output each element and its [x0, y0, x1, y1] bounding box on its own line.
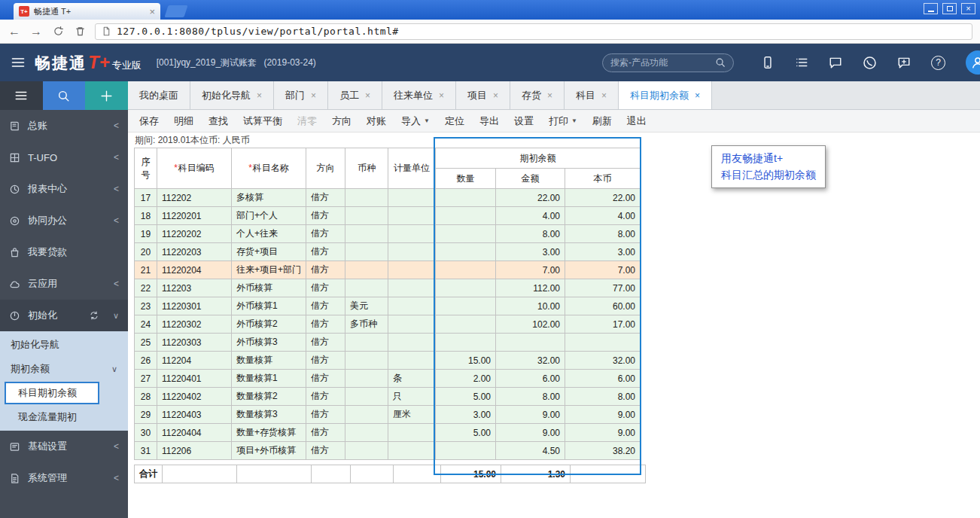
- sidebar-item-系统管理[interactable]: 系统管理<: [0, 462, 128, 494]
- tab-初始化导航[interactable]: 初始化导航×: [190, 81, 274, 109]
- toolbar-button-方向[interactable]: 方向: [325, 114, 358, 128]
- cell-name[interactable]: 数量核算1: [232, 370, 306, 388]
- cell-seq[interactable]: 27: [135, 370, 157, 388]
- cell-currency[interactable]: [345, 207, 388, 225]
- cell-currency[interactable]: [345, 334, 388, 352]
- sidebar-subitem-期初余额[interactable]: 期初余额∨: [0, 357, 128, 381]
- cell-direction[interactable]: 借方: [306, 406, 345, 424]
- tab-科目期初余额[interactable]: 科目期初余额×: [619, 81, 712, 109]
- tab-close-icon[interactable]: ×: [695, 90, 700, 101]
- back-icon[interactable]: ←: [8, 25, 21, 38]
- close-button[interactable]: ×: [961, 3, 975, 14]
- cell-currency[interactable]: [345, 406, 388, 424]
- cell-name[interactable]: 个人+往来: [232, 225, 306, 243]
- feedback-icon[interactable]: [897, 56, 911, 69]
- toolbar-button-打印[interactable]: 打印▼: [542, 114, 584, 128]
- tab-往来单位[interactable]: 往来单位×: [382, 81, 456, 109]
- cell-amount[interactable]: 22.00: [496, 189, 565, 207]
- toolbar-button-对账[interactable]: 对账: [360, 114, 393, 128]
- cell-local-currency[interactable]: 32.00: [565, 352, 641, 370]
- cell-direction[interactable]: 借方: [306, 424, 345, 442]
- refresh-icon[interactable]: [51, 26, 65, 37]
- cell-local-currency[interactable]: 3.00: [565, 243, 641, 261]
- cell-name[interactable]: 外币核算2: [232, 315, 306, 334]
- cell-name[interactable]: 项目+外币核算: [232, 442, 306, 460]
- cell-unit[interactable]: [388, 352, 436, 370]
- tab-close-icon[interactable]: ×: [257, 90, 262, 101]
- toolbar-button-退出[interactable]: 退出: [620, 114, 653, 128]
- cell-code[interactable]: 11220404: [157, 424, 232, 442]
- toolbar-button-设置[interactable]: 设置: [507, 114, 540, 128]
- cell-seq[interactable]: 31: [135, 442, 157, 460]
- cell-quantity[interactable]: [436, 297, 496, 315]
- mobile-icon[interactable]: [761, 56, 775, 69]
- cell-code[interactable]: 11220302: [157, 315, 232, 334]
- cell-currency[interactable]: [345, 243, 388, 261]
- cell-direction[interactable]: 借方: [306, 315, 345, 334]
- cell-local-currency[interactable]: 17.00: [565, 315, 641, 334]
- cell-amount[interactable]: 8.00: [496, 225, 565, 243]
- cell-code[interactable]: 11220402: [157, 388, 232, 406]
- cell-local-currency[interactable]: 8.00: [565, 388, 641, 406]
- sidebar-item-总账[interactable]: 总账<: [0, 110, 128, 142]
- cell-name[interactable]: 数量核算: [232, 352, 306, 370]
- cell-currency[interactable]: [345, 442, 388, 460]
- tab-close-icon[interactable]: ×: [439, 90, 444, 101]
- tab-close-icon[interactable]: ×: [493, 90, 498, 101]
- toolbar-button-导入[interactable]: 导入▼: [394, 114, 437, 128]
- cell-direction[interactable]: 借方: [306, 352, 345, 370]
- sidebar-item-协同办公[interactable]: 协同办公<: [0, 205, 128, 236]
- trash-icon[interactable]: [73, 26, 87, 37]
- service-phone-icon[interactable]: [863, 56, 877, 70]
- cell-quantity[interactable]: [436, 207, 496, 225]
- maximize-button[interactable]: [942, 3, 957, 14]
- cell-seq[interactable]: 25: [135, 334, 157, 352]
- cell-seq[interactable]: 17: [135, 189, 157, 207]
- cell-unit[interactable]: [388, 315, 436, 334]
- cell-local-currency[interactable]: 8.00: [565, 225, 641, 243]
- cell-currency[interactable]: [345, 189, 388, 207]
- toolbar-button-查找[interactable]: 查找: [202, 114, 235, 128]
- cell-unit[interactable]: [388, 243, 436, 261]
- sidebar-item-T-UFO[interactable]: T-UFO<: [0, 142, 128, 173]
- tab-我的桌面[interactable]: 我的桌面: [128, 81, 190, 109]
- cell-direction[interactable]: 借方: [306, 279, 345, 297]
- cell-amount[interactable]: [496, 334, 565, 352]
- search-input[interactable]: [610, 57, 715, 68]
- cell-seq[interactable]: 19: [135, 225, 157, 243]
- cell-quantity[interactable]: 15.00: [436, 352, 496, 370]
- minimize-button[interactable]: [924, 3, 938, 14]
- cell-unit[interactable]: [388, 297, 436, 315]
- task-list-icon[interactable]: [795, 56, 808, 69]
- cell-unit[interactable]: [388, 225, 436, 243]
- cell-local-currency[interactable]: 60.00: [565, 297, 641, 315]
- cell-quantity[interactable]: [436, 261, 496, 279]
- cell-quantity[interactable]: [436, 279, 496, 297]
- cell-quantity[interactable]: [436, 189, 496, 207]
- cell-name[interactable]: 往来+项目+部门: [232, 261, 306, 279]
- cell-code[interactable]: 11220401: [157, 370, 232, 388]
- cell-quantity[interactable]: [436, 225, 496, 243]
- menu-icon[interactable]: [11, 55, 26, 70]
- sidebar-menu-button[interactable]: [0, 81, 43, 110]
- cell-currency[interactable]: [345, 225, 388, 243]
- help-icon[interactable]: ?: [931, 56, 945, 70]
- browser-tab-close-icon[interactable]: ×: [149, 6, 155, 17]
- cell-amount[interactable]: 7.00: [496, 261, 565, 279]
- cell-unit[interactable]: 只: [388, 388, 436, 406]
- tab-员工[interactable]: 员工×: [328, 81, 382, 109]
- cell-direction[interactable]: 借方: [306, 442, 345, 460]
- cell-code[interactable]: 11220403: [157, 406, 232, 424]
- cell-quantity[interactable]: 5.00: [436, 388, 496, 406]
- cell-amount[interactable]: 32.00: [496, 352, 565, 370]
- cell-code[interactable]: 11220202: [157, 225, 232, 243]
- cell-amount[interactable]: 112.00: [496, 279, 565, 297]
- cell-seq[interactable]: 23: [135, 297, 157, 315]
- cell-local-currency[interactable]: 4.00: [565, 207, 641, 225]
- forward-icon[interactable]: →: [29, 25, 43, 38]
- sidebar-item-云应用[interactable]: 云应用<: [0, 268, 128, 300]
- cell-name[interactable]: 部门+个人: [232, 207, 306, 225]
- cell-seq[interactable]: 30: [135, 424, 157, 442]
- cell-seq[interactable]: 28: [135, 388, 157, 406]
- cell-currency[interactable]: 多币种: [345, 315, 388, 334]
